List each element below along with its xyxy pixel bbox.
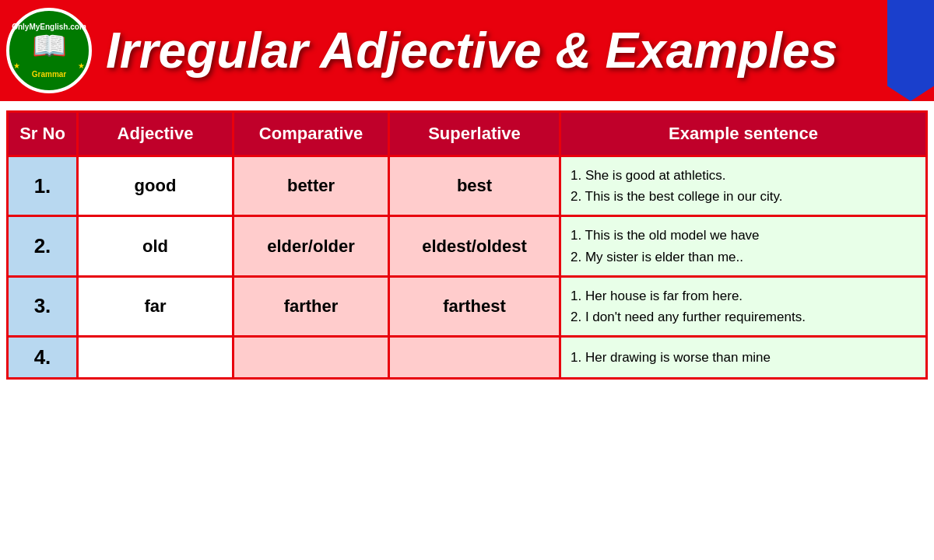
cell-superlative-3: farthest [389, 276, 560, 336]
table-row: 2. old elder/older eldest/oldest 1. This… [8, 216, 927, 276]
table-row: 3. far farther farthest 1. Her house is … [8, 276, 927, 336]
cell-comparative-3: farther [234, 276, 389, 336]
col-adjective: Adjective [78, 112, 234, 156]
cell-adjective-2: old [78, 216, 234, 276]
col-comparative: Comparative [234, 112, 389, 156]
table-row: 1. good better best 1. She is good at at… [8, 156, 927, 216]
cell-example-1: 1. She is good at athletics. 2. This is … [560, 156, 927, 216]
cell-srno-4: 4. [8, 337, 78, 379]
cell-superlative-4 [389, 337, 560, 379]
logo: OnlyMyEnglish.com 📖 ★ ★ Grammar [6, 8, 92, 93]
star-left-icon: ★ [13, 61, 20, 70]
example-line: 1. Her drawing is worse than mine [571, 347, 916, 368]
logo-bottom-text: Grammar [32, 70, 66, 79]
cell-superlative-2: eldest/oldest [389, 216, 560, 276]
col-srno: Sr No [8, 112, 78, 156]
table-container: Sr No Adjective Comparative Superlative … [0, 101, 934, 380]
example-line: 1. She is good at athletics. [571, 165, 916, 186]
example-line: 2. This is the best college in our city. [571, 186, 916, 207]
example-line: 2. I don't need any further requirements… [571, 306, 916, 327]
table-row: 4. 1. Her drawing is worse than mine [8, 337, 927, 379]
cell-comparative-4 [234, 337, 389, 379]
cell-comparative-2: elder/older [234, 216, 389, 276]
cell-srno-1: 1. [8, 156, 78, 216]
example-line: 1. This is the old model we have [571, 225, 916, 246]
page-title: Irregular Adjective & Examples [106, 26, 837, 75]
cell-example-2: 1. This is the old model we have 2. My s… [560, 216, 927, 276]
col-superlative: Superlative [389, 112, 560, 156]
logo-stars: ★ ★ [13, 61, 85, 70]
adjectives-table: Sr No Adjective Comparative Superlative … [6, 110, 928, 380]
cell-srno-3: 3. [8, 276, 78, 336]
star-right-icon: ★ [78, 61, 85, 70]
cell-adjective-4 [78, 337, 234, 379]
cell-example-3: 1. Her house is far from here. 2. I don'… [560, 276, 927, 336]
cell-example-4: 1. Her drawing is worse than mine [560, 337, 927, 379]
table-header-row: Sr No Adjective Comparative Superlative … [8, 112, 927, 156]
cell-srno-2: 2. [8, 216, 78, 276]
cell-superlative-1: best [389, 156, 560, 216]
example-line: 2. My sister is elder than me.. [571, 247, 916, 268]
example-line: 1. Her house is far from here. [571, 285, 916, 306]
cell-adjective-1: good [78, 156, 234, 216]
logo-book-icon: 📖 [32, 32, 67, 60]
header: OnlyMyEnglish.com 📖 ★ ★ Grammar Irregula… [0, 0, 934, 101]
cell-comparative-1: better [234, 156, 389, 216]
col-example: Example sentence [560, 112, 927, 156]
cell-adjective-3: far [78, 276, 234, 336]
